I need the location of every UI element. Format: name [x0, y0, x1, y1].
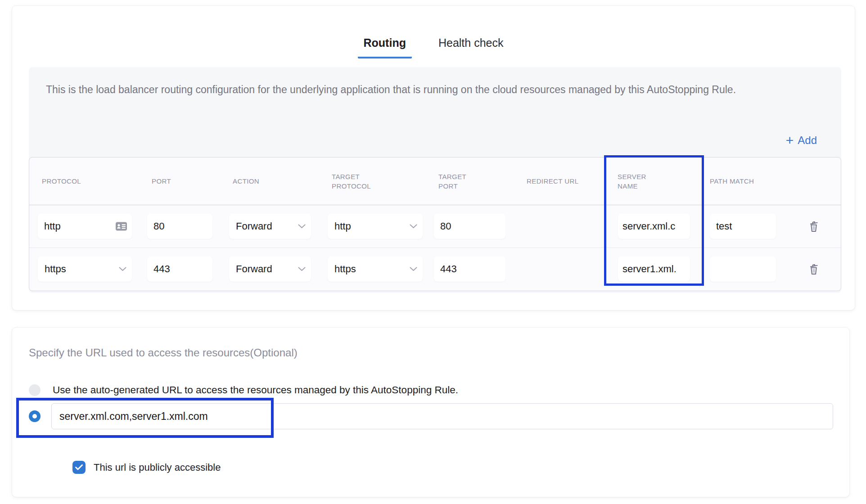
trash-icon [807, 220, 820, 233]
access-url-card: Specify the URL used to access the resou… [12, 327, 850, 497]
add-route-label: Add [798, 134, 817, 147]
tab-routing[interactable]: Routing [358, 36, 412, 58]
delete-row-button[interactable] [806, 218, 822, 235]
column-header-target-port: TARGET PORT [429, 158, 518, 205]
action-select[interactable]: Forward [229, 214, 311, 239]
tab-health-check[interactable]: Health check [433, 36, 510, 58]
routing-table: PROTOCOL PORT ACTION TARGET PROTOCOL TAR… [29, 157, 841, 291]
url-section-title: Specify the URL used to access the resou… [29, 346, 298, 359]
chevron-down-icon [298, 224, 306, 229]
table-row: Forward http [29, 205, 841, 248]
redirect-url-cell [518, 248, 604, 290]
public-url-label: This url is publicly accessible [94, 462, 221, 473]
auto-url-label: Use the auto-generated URL to access the… [53, 384, 458, 396]
custom-url-input[interactable] [51, 403, 833, 429]
server-name-input[interactable] [618, 214, 690, 239]
column-header-target-protocol: TARGET PROTOCOL [323, 158, 429, 205]
public-url-option: This url is publicly accessible [72, 461, 221, 474]
routing-config-card: Routing Health check This is the load ba… [12, 5, 855, 310]
target-protocol-select[interactable]: https [328, 256, 423, 282]
routing-table-header: PROTOCOL PORT ACTION TARGET PROTOCOL TAR… [29, 158, 841, 205]
id-card-icon [115, 222, 127, 231]
trash-icon [807, 262, 820, 276]
column-header-actions [786, 158, 841, 205]
add-route-button[interactable]: + Add [786, 134, 817, 147]
auto-url-radio[interactable] [29, 384, 41, 396]
protocol-field [38, 214, 132, 239]
path-match-input[interactable] [710, 214, 776, 239]
path-match-input[interactable] [710, 256, 776, 282]
action-select[interactable]: Forward [229, 256, 311, 282]
autostopping-setup-page: Routing Health check This is the load ba… [0, 0, 866, 504]
column-header-path-match: PATH MATCH [704, 158, 786, 205]
chevron-down-icon [410, 267, 417, 271]
plus-icon: + [786, 134, 794, 147]
public-url-checkbox[interactable] [72, 461, 86, 474]
column-header-action: ACTION [224, 158, 323, 205]
custom-url-radio[interactable] [29, 410, 41, 422]
column-header-server-name: SERVER NAME [604, 158, 704, 205]
config-tabs: Routing Health check [12, 36, 855, 58]
chevron-down-icon [298, 267, 306, 271]
column-header-protocol: PROTOCOL [29, 158, 143, 205]
chevron-down-icon [410, 224, 417, 229]
routing-panel: This is the load balancer routing config… [29, 67, 841, 293]
target-port-input[interactable] [434, 214, 505, 239]
table-row: https Forward https [29, 248, 841, 290]
target-protocol-select[interactable]: http [328, 214, 423, 239]
auto-url-option: Use the auto-generated URL to access the… [29, 384, 458, 396]
port-input[interactable] [147, 256, 212, 282]
server-name-input[interactable] [618, 256, 690, 282]
routing-description: This is the load balancer routing config… [46, 81, 775, 98]
column-header-port: PORT [143, 158, 224, 205]
redirect-url-cell [518, 205, 604, 248]
protocol-select[interactable]: https [38, 256, 132, 282]
check-icon [75, 464, 83, 470]
chevron-down-icon [119, 267, 126, 271]
target-port-input[interactable] [434, 256, 505, 282]
delete-row-button[interactable] [806, 261, 822, 278]
column-header-redirect-url: REDIRECT URL [518, 158, 604, 205]
port-input[interactable] [147, 214, 212, 239]
